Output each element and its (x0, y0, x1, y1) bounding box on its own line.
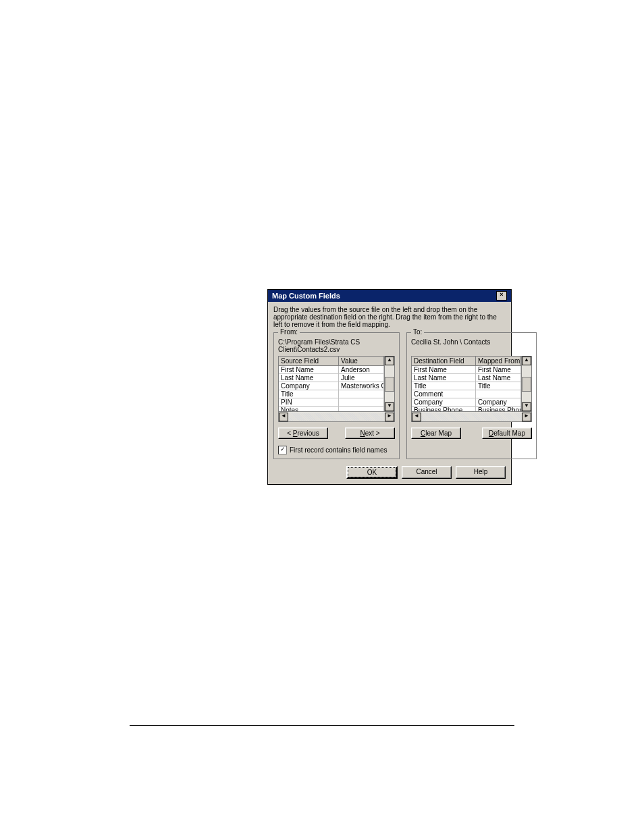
source-hscroll[interactable]: ◄ ► (279, 411, 394, 421)
source-vscroll[interactable]: ▲ ▼ (384, 357, 394, 411)
default-map-button[interactable]: Default Map (482, 427, 532, 439)
table-row[interactable]: TitleTitle (412, 382, 521, 390)
source-header-value[interactable]: Value (339, 357, 384, 366)
scroll-right-icon[interactable]: ► (385, 413, 394, 421)
table-row[interactable]: Business PhoneBusiness Phone (412, 407, 521, 411)
table-row[interactable]: First NameFirst Name (412, 366, 521, 374)
previous-button[interactable]: < Previous (278, 427, 328, 439)
titlebar[interactable]: Map Custom Fields × (268, 290, 511, 302)
scroll-thumb[interactable] (522, 377, 531, 392)
table-row[interactable]: PIN (279, 398, 384, 407)
cancel-button[interactable]: Cancel (402, 466, 452, 479)
close-icon[interactable]: × (496, 291, 507, 301)
scroll-down-icon[interactable]: ▼ (522, 402, 531, 411)
ok-button[interactable]: OK (346, 466, 398, 479)
destination-grid[interactable]: Destination Field Mapped From First Name… (411, 356, 532, 422)
scroll-left-icon[interactable]: ◄ (279, 413, 288, 421)
table-row[interactable]: Comment (412, 390, 521, 398)
to-label: To: (411, 328, 424, 336)
from-panel: From: C:\Program Files\Strata CS Client\… (273, 332, 400, 459)
from-label: From: (278, 328, 300, 336)
scroll-up-icon[interactable]: ▲ (522, 357, 531, 365)
table-row[interactable]: CompanyMasterworks Co (279, 382, 384, 390)
dest-vscroll[interactable]: ▲ ▼ (521, 357, 531, 411)
source-header-field[interactable]: Source Field (279, 357, 339, 366)
to-path: Cecilia St. John \ Contacts (411, 338, 532, 353)
scroll-thumb[interactable] (385, 377, 394, 392)
page-rule (130, 725, 514, 726)
dest-header-mapped[interactable]: Mapped From (476, 357, 521, 366)
table-row[interactable]: First NameAnderson (279, 366, 384, 374)
clear-map-button[interactable]: Clear Map (411, 427, 461, 439)
scroll-right-icon[interactable]: ► (522, 413, 531, 421)
table-row[interactable]: Last NameJulie (279, 374, 384, 382)
dest-hscroll[interactable]: ◄ ► (412, 411, 531, 421)
scroll-up-icon[interactable]: ▲ (385, 357, 394, 365)
scroll-down-icon[interactable]: ▼ (385, 402, 394, 411)
title-text: Map Custom Fields (272, 292, 340, 300)
dest-header-field[interactable]: Destination Field (412, 357, 476, 366)
to-panel: To: Cecilia St. John \ Contacts Destinat… (406, 332, 537, 459)
map-custom-fields-dialog: Map Custom Fields × Drag the values from… (267, 289, 512, 485)
source-grid[interactable]: Source Field Value First NameAndersonLas… (278, 356, 395, 422)
next-button[interactable]: Next > (345, 427, 395, 439)
from-path: C:\Program Files\Strata CS Client\Contac… (278, 338, 395, 353)
table-row[interactable]: Last NameLast Name (412, 374, 521, 382)
help-button[interactable]: Help (456, 466, 506, 479)
table-row[interactable]: Title (279, 390, 384, 398)
instruction-text: Drag the values from the source file on … (273, 306, 506, 328)
checkbox-label: First record contains field names (290, 446, 387, 454)
scroll-left-icon[interactable]: ◄ (412, 413, 421, 421)
table-row[interactable]: CompanyCompany (412, 398, 521, 407)
first-record-checkbox[interactable]: ✓ (278, 446, 287, 454)
table-row[interactable]: Notes (279, 407, 384, 411)
